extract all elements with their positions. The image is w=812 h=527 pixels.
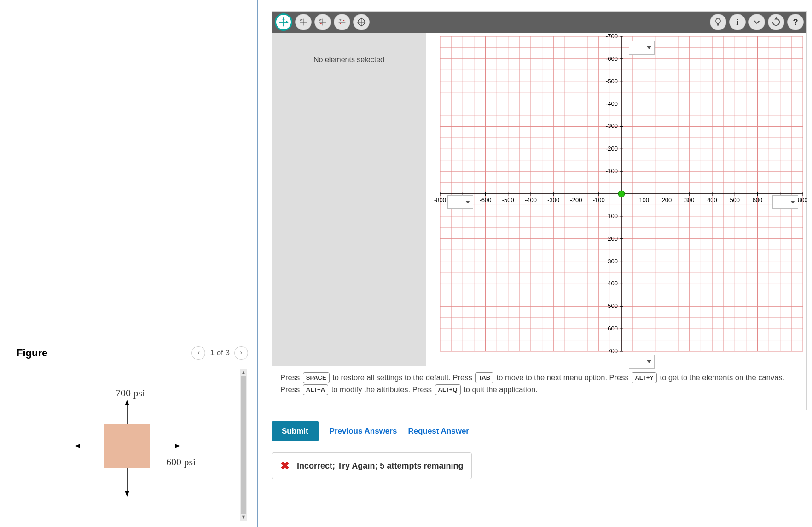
svg-text:-800: -800 bbox=[434, 197, 446, 203]
info-icon[interactable]: i bbox=[729, 14, 746, 30]
svg-text:600: 600 bbox=[608, 325, 618, 332]
svg-text:100: 100 bbox=[639, 197, 649, 203]
key-tab: TAB bbox=[475, 372, 493, 383]
svg-text:400: 400 bbox=[608, 280, 618, 287]
request-answer-link[interactable]: Request Answer bbox=[408, 427, 469, 436]
incorrect-icon: ✖ bbox=[280, 459, 290, 472]
feedback-box: ✖ Incorrect; Try Again; 5 attempts remai… bbox=[272, 452, 472, 479]
stress-square bbox=[104, 424, 150, 468]
svg-text:-600: -600 bbox=[479, 197, 491, 203]
svg-text:400: 400 bbox=[707, 197, 717, 203]
svg-text:100: 100 bbox=[608, 213, 618, 220]
svg-text:-300: -300 bbox=[606, 122, 618, 129]
mohr-tau-tool[interactable]: σ' bbox=[334, 14, 350, 30]
svg-point-22 bbox=[340, 23, 341, 24]
hint-text: Press bbox=[280, 373, 302, 382]
svg-text:σ': σ' bbox=[300, 18, 303, 22]
previous-answers-link[interactable]: Previous Answers bbox=[330, 427, 397, 436]
mohr-plot-area[interactable]: -800-700-600-500-400-300-200-10010020030… bbox=[426, 33, 806, 366]
svg-marker-5 bbox=[75, 444, 80, 448]
mohr-sigma-x-tool[interactable]: σ' bbox=[295, 14, 312, 30]
figure-scrollbar[interactable]: ▲ ▼ bbox=[240, 369, 247, 521]
svg-text:σ': σ' bbox=[319, 18, 323, 22]
svg-text:σ': σ' bbox=[339, 18, 342, 22]
key-alt-y: ALT+Y bbox=[632, 372, 657, 383]
mohr-bottom-axis-dropdown[interactable] bbox=[629, 355, 655, 369]
svg-text:-100: -100 bbox=[606, 168, 618, 174]
mohr-top-axis-dropdown[interactable] bbox=[629, 41, 655, 55]
mohr-keyboard-hint: Press SPACE to restore all settings to t… bbox=[272, 366, 806, 410]
svg-text:500: 500 bbox=[608, 302, 618, 309]
svg-marker-28 bbox=[774, 17, 777, 20]
hint-text: to modify the attributes. Press bbox=[331, 385, 434, 394]
mohr-toolbar: σ' σ' σ' i bbox=[272, 12, 806, 33]
mohr-sigma-y-tool[interactable]: σ' bbox=[314, 14, 331, 30]
mohr-axes-tool[interactable] bbox=[275, 13, 292, 31]
figure-pane: Figure ‹ 1 of 3 › ▲ ▼ 700 psi bbox=[0, 0, 258, 527]
help-icon[interactable]: ? bbox=[787, 14, 804, 30]
svg-text:i: i bbox=[736, 17, 738, 27]
submit-button[interactable]: Submit bbox=[272, 421, 319, 441]
svg-text:800: 800 bbox=[798, 197, 807, 203]
hint-text: to quit the application. bbox=[464, 385, 538, 394]
svg-marker-1 bbox=[125, 400, 129, 405]
figure-next-button[interactable]: › bbox=[234, 346, 248, 360]
svg-text:-600: -600 bbox=[606, 55, 618, 62]
svg-text:-400: -400 bbox=[525, 197, 537, 203]
svg-text:-200: -200 bbox=[606, 145, 618, 152]
svg-text:200: 200 bbox=[608, 235, 618, 242]
figure-divider bbox=[17, 364, 246, 364]
svg-point-23 bbox=[343, 20, 344, 21]
chevron-down-icon[interactable] bbox=[748, 14, 765, 30]
key-alt-q: ALT+Q bbox=[435, 384, 461, 395]
question-pane: σ' σ' σ' i bbox=[258, 0, 812, 527]
svg-text:700: 700 bbox=[608, 347, 618, 354]
mohr-selection-sidebar: No elements selected bbox=[272, 33, 426, 366]
svg-point-18 bbox=[320, 23, 322, 24]
svg-text:-100: -100 bbox=[593, 197, 605, 203]
svg-text:-300: -300 bbox=[547, 197, 559, 203]
svg-text:600: 600 bbox=[753, 197, 763, 203]
svg-text:500: 500 bbox=[730, 197, 740, 203]
mohr-sidebar-text: No elements selected bbox=[313, 56, 384, 64]
figure-prev-button[interactable]: ‹ bbox=[191, 346, 205, 360]
key-alt-a: ALT+A bbox=[303, 384, 328, 395]
svg-text:-200: -200 bbox=[570, 197, 582, 203]
hint-text: to move to the next menu option. Press bbox=[497, 373, 631, 382]
mohr-left-axis-dropdown[interactable] bbox=[447, 195, 473, 209]
key-space: SPACE bbox=[303, 372, 330, 383]
figure-title: Figure bbox=[17, 347, 47, 359]
hint-text: to restore all settings to the default. … bbox=[332, 373, 474, 382]
svg-text:300: 300 bbox=[608, 258, 618, 265]
lightbulb-icon[interactable] bbox=[710, 14, 726, 30]
refresh-icon[interactable] bbox=[768, 14, 784, 30]
feedback-text: Incorrect; Try Again; 5 attempts remaini… bbox=[297, 461, 463, 471]
mohr-circle-tool[interactable] bbox=[353, 14, 370, 30]
svg-text:?: ? bbox=[793, 17, 798, 27]
svg-text:-500: -500 bbox=[606, 78, 618, 85]
svg-text:-400: -400 bbox=[606, 100, 618, 107]
figure-pager-text: 1 of 3 bbox=[210, 348, 230, 358]
svg-text:300: 300 bbox=[684, 197, 695, 203]
svg-marker-10 bbox=[282, 17, 285, 20]
svg-text:-700: -700 bbox=[606, 33, 618, 40]
mohr-right-axis-dropdown[interactable] bbox=[772, 195, 798, 209]
stress-right-label: 600 psi bbox=[166, 456, 196, 468]
svg-marker-7 bbox=[175, 444, 180, 448]
svg-point-154 bbox=[618, 191, 625, 197]
stress-element-diagram: 700 psi bbox=[58, 387, 205, 507]
svg-text:-500: -500 bbox=[502, 197, 514, 203]
svg-marker-11 bbox=[286, 21, 289, 23]
stress-top-label: 700 psi bbox=[116, 387, 145, 399]
svg-marker-3 bbox=[125, 491, 129, 497]
svg-text:200: 200 bbox=[662, 197, 672, 203]
mohr-circle-widget: σ' σ' σ' i bbox=[272, 11, 807, 410]
